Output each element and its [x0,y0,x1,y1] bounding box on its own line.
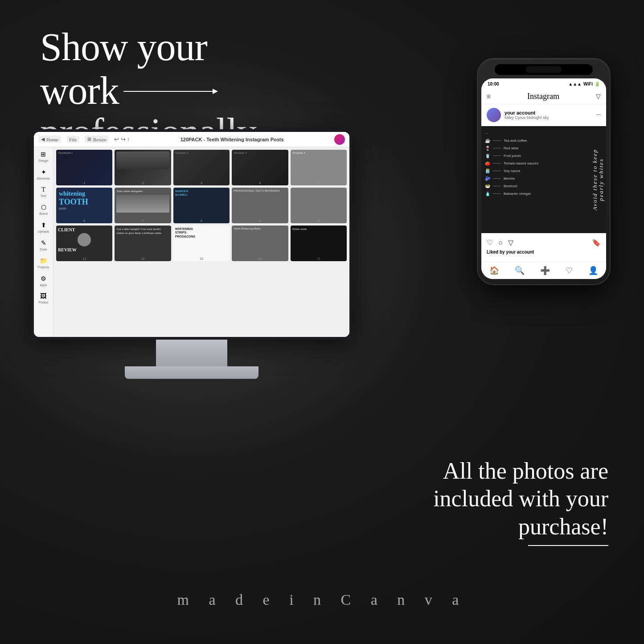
thumbnail-row-2: whitening TOOTH paste 6 Your smile desig… [56,188,347,223]
canva-file-btn[interactable]: File [66,136,79,143]
account-avatar [487,108,501,122]
monitor-base [125,366,258,379]
bookmark-button[interactable]: 🔖 [592,238,601,247]
like-button[interactable]: ♡ [487,238,493,247]
sidebar-item-projects[interactable]: 📁 Projects [38,257,49,269]
post-image: — ☕ Tea and coffee 🍷 Red wine [481,126,606,233]
post-options-button[interactable]: ··· [596,111,601,119]
avoid-item-tomato: 🍅 Tomato-based sauces [485,161,587,166]
thumbnail-row-3: CLIENT REVIEW 11 Got a date tonight? Use… [56,226,347,261]
monitor-screen: ◀ Home File ⊞ Resize ↩ ↪ ↑ 120PACK - Tee… [34,132,349,337]
photos-included-text: All the photos are included with your pu… [433,457,608,546]
avoid-item-tea: ☕ Tea and coffee [485,138,587,143]
instagram-logo: Instagram [527,92,559,101]
avoid-item-beetroot: 🥗 Beetroot [485,184,587,189]
monitor-neck [156,340,227,366]
avoid-post-content: — ☕ Tea and coffee 🍷 Red wine [481,126,606,233]
thumb-client-review[interactable]: CLIENT REVIEW 11 [56,226,112,261]
thumb-smile-designers[interactable]: Your smile designers 7 [115,188,171,223]
arrow-line [123,91,213,92]
canva-main-area: ⊞ Design ✦ Elements T Text ⬡ [34,147,349,337]
thumb-10[interactable]: 10 [291,188,347,223]
photos-line1: All the photos are [433,457,608,485]
signal-icon: ▲▲▲ [568,82,582,86]
sidebar-item-uploads[interactable]: ⬆ Uploads [38,222,49,233]
photos-line3: purchase! [433,513,608,541]
avoid-items-list: — ☕ Tea and coffee 🍷 Red wine [481,126,590,233]
headline-line1: Show your [40,27,256,68]
thumb-1[interactable]: Thumbnail 1 1 [56,150,112,185]
thumbnail-row-1: Thumbnail 1 1 2 Template 3 [56,150,347,185]
account-subtitle: Miley Cyrus Midnight sky [505,115,593,120]
photos-arrow [433,545,608,546]
status-bar: 10:00 ▲▲▲ WiFi 🔋 [481,78,606,89]
comment-button[interactable]: ○ [498,239,503,247]
instagram-bottom-nav: 🏠 🔍 ➕ ♡ 👤 [481,262,606,279]
canva-back-btn[interactable]: ◀ Home [38,135,61,143]
canva-sidebar: ⊞ Design ✦ Elements T Text ⬡ [34,147,53,337]
canva-file-label: File [69,137,77,142]
canva-user-avatar [334,134,345,145]
nav-search-icon[interactable]: 🔍 [515,266,525,275]
thumb-5[interactable]: Template 5 5 [291,150,347,185]
thumb-whitening-tooth[interactable]: whitening TOOTH paste 6 [56,188,112,223]
thumb-2[interactable]: 2 [115,150,171,185]
sidebar-item-apps[interactable]: ⚙ Apps [40,275,47,287]
canva-resize-label: Resize [93,137,106,142]
status-icons: ▲▲▲ WiFi 🔋 [568,82,600,86]
liked-by-text: Liked by your account [487,250,601,254]
phone-notch [526,66,562,73]
wifi-icon: WiFi [583,82,593,86]
canva-home-label: Home [46,137,58,142]
thumb-professional[interactable]: PROFESSIONAL TEETH WHITENING 9 [232,188,288,223]
avoid-item-wine: 🍷 Red wine [485,146,587,151]
bottom-tagline: m a d e i n C a n v a [0,591,644,608]
thumb-3[interactable]: Template 3 3 [173,150,230,185]
account-name[interactable]: your account [505,110,593,115]
instagram-filter-icon[interactable]: ▽ [596,93,601,100]
account-info: your account Miley Cyrus Midnight sky [505,110,593,120]
photos-arrow-line [528,545,608,546]
canva-grid: Thumbnail 1 1 2 Template 3 [53,147,349,337]
avoid-title-vertical: Avoid these to keeppearly whites [590,126,606,233]
thumb-date[interactable]: Got a date tonight? Use your pearly whit… [115,226,171,261]
battery-icon: 🔋 [595,82,600,86]
instagram-account-row: your account Miley Cyrus Midnight sky ··… [481,104,606,126]
thumb-white-teeth[interactable]: White teeth 15 [291,226,347,261]
nav-profile-icon[interactable]: 👤 [588,266,598,275]
sidebar-item-text[interactable]: T Text [41,186,46,197]
avoid-item-soy: 🫙 Soy sauce [485,168,587,173]
instagram-header: ☰ Instagram ▽ [481,89,606,104]
photos-line2: included with your [433,485,608,513]
canva-document-title: 120PACK - Teeth Whitening Instagram Post… [135,137,329,142]
sidebar-item-photos[interactable]: 🖼 Photos [39,293,49,304]
avoid-item-berries: 🫐 Berries [485,176,587,181]
sidebar-item-brand[interactable]: ⬡ Brand [39,204,48,215]
avoid-item-balsamic: 🧴 Balsamic vinegar [485,191,587,196]
sidebar-item-design[interactable]: ⊞ Design [39,151,49,162]
canva-resize-btn[interactable]: ⊞ Resize [85,135,109,143]
monitor-device: ◀ Home File ⊞ Resize ↩ ↪ ↑ 120PACK - Tee… [31,129,352,379]
sidebar-item-elements[interactable]: ✦ Elements [37,168,50,180]
thumb-strips[interactable]: WHITENING STRIPS PROS&CONS 13 [173,226,230,261]
main-content: Show your work professionally ◀ Home Fil… [0,0,644,644]
phone-device: 10:00 ▲▲▲ WiFi 🔋 ☰ Instagram ▽ [477,58,611,285]
phone-notch-area [495,64,593,75]
post-actions: ♡ ○ ▽ 🔖 [487,238,601,247]
thumb-myths[interactable]: Teeth Whitening Myths 14 [232,226,288,261]
thumb-whiten-chill[interactable]: WHITEN &CHILL 8 [173,188,230,223]
arrow-head [213,89,218,94]
avoid-title-text: Avoid these to keeppearly whites [592,149,605,210]
thumb-4[interactable]: Template 4 4 [232,150,288,185]
post-actions-area: ♡ ○ ▽ 🔖 Liked by your account [481,233,606,262]
sidebar-item-draw[interactable]: ✎ Draw [40,239,47,251]
phone-screen: 10:00 ▲▲▲ WiFi 🔋 ☰ Instagram ▽ [481,78,606,279]
share-button[interactable]: ▽ [508,238,513,247]
avoid-item-juice: 🥤 Fruit juices [485,153,587,158]
monitor-screen-outer: ◀ Home File ⊞ Resize ↩ ↪ ↑ 120PACK - Tee… [31,129,352,340]
nav-home-icon[interactable]: 🏠 [489,266,499,275]
canva-topbar: ◀ Home File ⊞ Resize ↩ ↪ ↑ 120PACK - Tee… [34,132,349,147]
nav-activity-icon[interactable]: ♡ [566,266,573,275]
nav-add-icon[interactable]: ➕ [540,266,550,275]
headline-line2: work [40,70,119,111]
